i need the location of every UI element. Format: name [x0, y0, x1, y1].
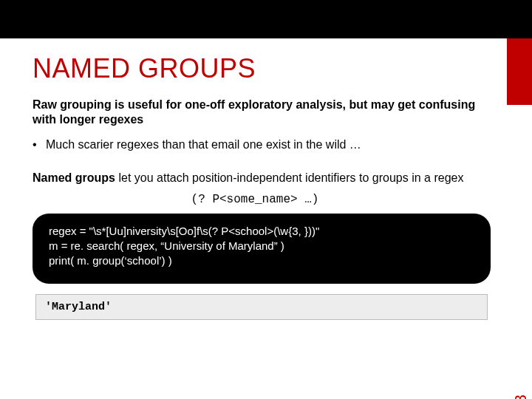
named-groups-lead: Named groups: [33, 171, 115, 184]
syntax-line: (? P<some_name> …): [33, 193, 477, 206]
accent-bar: [507, 38, 532, 105]
slide-content: NAMED GROUPS Raw grouping is useful for …: [0, 38, 507, 320]
slide-title: NAMED GROUPS: [33, 53, 477, 84]
page-number: 33: [511, 395, 531, 399]
named-groups-rest: let you attach position-independent iden…: [115, 171, 463, 184]
code-line-3: print( m. group(‘school’) ): [49, 253, 474, 268]
code-line-2: m = re. search( regex, “University of Ma…: [49, 239, 474, 253]
named-groups-text: Named groups let you attach position-ind…: [33, 171, 477, 185]
slide-body: NAMED GROUPS Raw grouping is useful for …: [0, 38, 532, 399]
output-block: 'Maryland': [35, 294, 488, 320]
bullet-list: Much scarier regexes than that email one…: [33, 137, 477, 153]
bullet-item: Much scarier regexes than that email one…: [33, 137, 477, 153]
code-line-1: regex = "\s*[Uu]niversity\s[Oo]f\s(? P<s…: [49, 224, 474, 239]
code-block: regex = "\s*[Uu]niversity\s[Oo]f\s(? P<s…: [33, 214, 491, 284]
intro-text: Raw grouping is useful for one-off explo…: [33, 98, 477, 127]
